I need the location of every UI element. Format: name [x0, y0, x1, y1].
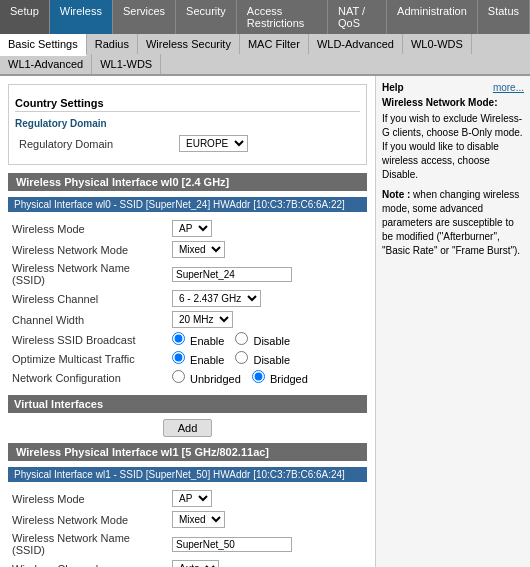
wl0-multicast-disable-label: Disable	[235, 354, 290, 366]
subnav-wl1-advanced[interactable]: WL1-Advanced	[0, 54, 92, 74]
wl1-network-mode-select[interactable]: Mixed	[172, 511, 225, 528]
regulatory-domain-subtitle: Regulatory Domain	[15, 118, 360, 129]
wl0-ssid-input[interactable]	[172, 267, 292, 282]
subnav-wl0-wds[interactable]: WL0-WDS	[403, 34, 472, 54]
wl0-add-button[interactable]: Add	[163, 419, 213, 437]
wl0-ssid-broadcast-enable-radio[interactable]	[172, 332, 185, 345]
wl0-network-config-label: Network Configuration	[8, 368, 168, 387]
wl1-channel-row: Wireless Channel Auto	[8, 558, 367, 567]
wl1-network-mode-label: Wireless Network Mode	[8, 509, 168, 530]
wl0-ssid-broadcast-group: Enable Disable	[172, 332, 363, 347]
wl1-ssid-row: Wireless Network Name (SSID)	[8, 530, 367, 558]
subnav-mac-filter[interactable]: MAC Filter	[240, 34, 309, 54]
wl1-wireless-mode-label: Wireless Mode	[8, 488, 168, 509]
wl0-ssid-broadcast-enable-label: Enable	[172, 335, 227, 347]
regulatory-domain-row: Regulatory Domain EUROPE	[15, 133, 360, 154]
wl0-network-mode-row: Wireless Network Mode Mixed	[8, 239, 367, 260]
help-header: Help more...	[382, 82, 524, 93]
wl1-ssid-input[interactable]	[172, 537, 292, 552]
wl0-network-config-row: Network Configuration Unbridged Bridged	[8, 368, 367, 387]
help-section-title: Wireless Network Mode:	[382, 97, 524, 108]
wl0-multicast-enable-label: Enable	[172, 354, 227, 366]
nav-nat-qos[interactable]: NAT / QoS	[328, 0, 387, 34]
wl0-section-header: Wireless Physical Interface wl0 [2.4 GHz…	[8, 173, 367, 191]
wl0-virtual-interfaces-bar: Virtual Interfaces	[8, 395, 367, 413]
wl1-network-mode-row: Wireless Network Mode Mixed	[8, 509, 367, 530]
nav-services[interactable]: Services	[113, 0, 176, 34]
wl0-ssid-row: Wireless Network Name (SSID)	[8, 260, 367, 288]
subnav-basic-settings[interactable]: Basic Settings	[0, 34, 87, 56]
wl0-add-btn-row: Add	[8, 419, 367, 437]
wl0-channel-select[interactable]: 6 - 2.437 GHz	[172, 290, 261, 307]
wl0-ssid-broadcast-disable-label: Disable	[235, 335, 290, 347]
wl0-network-mode-select[interactable]: Mixed	[172, 241, 225, 258]
regulatory-domain-label: Regulatory Domain	[15, 133, 175, 154]
help-panel: Help more... Wireless Network Mode: If y…	[375, 76, 530, 567]
wl0-multicast-enable-radio[interactable]	[172, 351, 185, 364]
content-area: Country Settings Regulatory Domain Regul…	[0, 76, 375, 567]
wl0-phy-header: Physical Interface wl0 - SSID [SuperNet_…	[8, 197, 367, 212]
nav-setup[interactable]: Setup	[0, 0, 50, 34]
wl1-section-header: Wireless Physical Interface wl1 [5 GHz/8…	[8, 443, 367, 461]
subnav-wl1-wds[interactable]: WL1-WDS	[92, 54, 161, 74]
wl0-wireless-mode-select[interactable]: AP	[172, 220, 212, 237]
nav-status[interactable]: Status	[478, 0, 530, 34]
help-more-link[interactable]: more...	[493, 82, 524, 93]
wl0-multicast-disable-radio[interactable]	[235, 351, 248, 364]
wl0-ssid-broadcast-label: Wireless SSID Broadcast	[8, 330, 168, 349]
country-settings-table: Regulatory Domain EUROPE	[15, 133, 360, 154]
wl0-multicast-row: Optimize Multicast Traffic Enable Disabl…	[8, 349, 367, 368]
wl0-unbridged-radio[interactable]	[172, 370, 185, 383]
wl0-bridged-radio[interactable]	[252, 370, 265, 383]
wl0-ssid-broadcast-row: Wireless SSID Broadcast Enable Disable	[8, 330, 367, 349]
wl0-ssid-broadcast-disable-radio[interactable]	[235, 332, 248, 345]
wl0-wireless-mode-label: Wireless Mode	[8, 218, 168, 239]
wl0-network-config-group: Unbridged Bridged	[172, 370, 363, 385]
wl0-network-mode-label: Wireless Network Mode	[8, 239, 168, 260]
subnav-wld-advanced[interactable]: WLD-Advanced	[309, 34, 403, 54]
help-note-prefix: Note :	[382, 189, 410, 200]
wl0-bridged-label: Bridged	[252, 373, 308, 385]
nav-administration[interactable]: Administration	[387, 0, 478, 34]
help-content: If you wish to exclude Wireless-G client…	[382, 112, 524, 182]
wl0-unbridged-label: Unbridged	[172, 373, 244, 385]
country-settings-box: Country Settings Regulatory Domain Regul…	[8, 84, 367, 165]
wl0-settings-table: Wireless Mode AP Wireless Network Mode M…	[8, 218, 367, 387]
subnav-radius[interactable]: Radius	[87, 34, 138, 54]
nav-wireless[interactable]: Wireless	[50, 0, 113, 34]
main-content: Country Settings Regulatory Domain Regul…	[0, 76, 530, 567]
wl0-multicast-group: Enable Disable	[172, 351, 363, 366]
subnav-wireless-security[interactable]: Wireless Security	[138, 34, 240, 54]
wl1-ssid-label: Wireless Network Name (SSID)	[8, 530, 168, 558]
wl1-wireless-mode-select[interactable]: AP	[172, 490, 212, 507]
wl0-ssid-label: Wireless Network Name (SSID)	[8, 260, 168, 288]
regulatory-domain-select[interactable]: EUROPE	[179, 135, 248, 152]
help-note: Note : when changing wireless mode, some…	[382, 188, 524, 258]
sub-navigation: Basic Settings Radius Wireless Security …	[0, 34, 530, 76]
nav-security[interactable]: Security	[176, 0, 237, 34]
wl1-phy-header: Physical Interface wl1 - SSID [SuperNet_…	[8, 467, 367, 482]
wl0-multicast-label: Optimize Multicast Traffic	[8, 349, 168, 368]
wl0-wireless-mode-row: Wireless Mode AP	[8, 218, 367, 239]
nav-access-restrictions[interactable]: Access Restrictions	[237, 0, 328, 34]
wl0-channel-label: Wireless Channel	[8, 288, 168, 309]
wl0-channel-width-select[interactable]: 20 MHz	[172, 311, 233, 328]
help-title: Help	[382, 82, 404, 93]
wl1-channel-label: Wireless Channel	[8, 558, 168, 567]
country-settings-title: Country Settings	[15, 97, 360, 112]
wl0-channel-width-label: Channel Width	[8, 309, 168, 330]
wl1-channel-select[interactable]: Auto	[172, 560, 219, 567]
wl0-channel-width-row: Channel Width 20 MHz	[8, 309, 367, 330]
wl0-channel-row: Wireless Channel 6 - 2.437 GHz	[8, 288, 367, 309]
wl1-wireless-mode-row: Wireless Mode AP	[8, 488, 367, 509]
top-navigation: Setup Wireless Services Security Access …	[0, 0, 530, 34]
wl1-settings-table: Wireless Mode AP Wireless Network Mode M…	[8, 488, 367, 567]
